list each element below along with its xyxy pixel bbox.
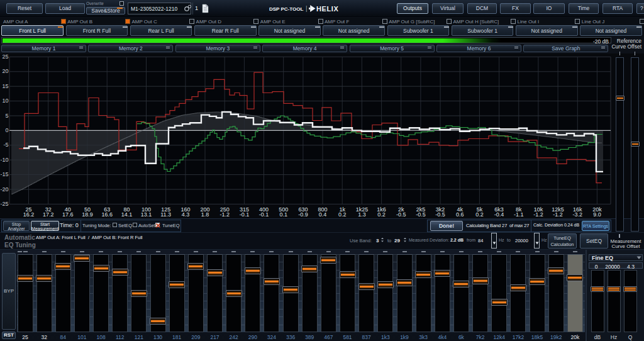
svg-text:0.2: 0.2	[475, 211, 484, 218]
svg-text:4.3: 4.3	[182, 211, 190, 218]
svg-text:16.6: 16.6	[101, 211, 113, 218]
svg-text:16.2: 16.2	[23, 211, 35, 218]
svg-text:5: 5	[5, 113, 8, 119]
svg-text:-0.5: -0.5	[416, 211, 426, 218]
svg-text:0.6: 0.6	[456, 211, 464, 218]
svg-text:-15: -15	[0, 171, 8, 177]
svg-text:1.3: 1.3	[358, 211, 366, 218]
svg-text:0: 0	[5, 127, 8, 133]
svg-text:-1.2: -1.2	[553, 211, 563, 218]
svg-text:9.0: 9.0	[593, 211, 601, 218]
svg-text:-0.5: -0.5	[396, 211, 406, 218]
svg-text:-1.2: -1.2	[219, 211, 230, 218]
svg-text:-10: -10	[0, 157, 8, 163]
svg-text:-5: -5	[3, 142, 8, 148]
svg-text:17.2: 17.2	[43, 211, 54, 218]
svg-text:10: 10	[2, 98, 8, 104]
svg-text:0.2: 0.2	[377, 211, 386, 218]
svg-text:0.1: 0.1	[279, 211, 287, 218]
svg-text:-0.5: -0.5	[435, 211, 445, 218]
svg-text:-20: -20	[0, 186, 8, 193]
svg-text:-25: -25	[0, 201, 8, 207]
svg-text:-1.1: -1.1	[514, 211, 524, 218]
svg-text:11.3: 11.3	[160, 211, 171, 218]
svg-text:-0.1: -0.1	[240, 211, 250, 218]
svg-text:0.2: 0.2	[338, 211, 347, 218]
svg-text:-3.2: -3.2	[573, 211, 583, 218]
svg-text:-0.1: -0.1	[259, 211, 269, 218]
svg-text:18.9: 18.9	[82, 211, 93, 218]
svg-text:0.4: 0.4	[319, 211, 327, 218]
svg-text:14.1: 14.1	[121, 211, 133, 218]
svg-text:1.8: 1.8	[201, 211, 209, 218]
svg-text:-0.9: -0.9	[298, 211, 308, 218]
svg-text:25: 25	[2, 53, 8, 60]
svg-text:13.1: 13.1	[141, 211, 152, 218]
svg-text:17.6: 17.6	[62, 211, 74, 218]
svg-text:-0.4: -0.4	[494, 211, 504, 218]
svg-text:-1.2: -1.2	[533, 211, 543, 218]
svg-text:20: 20	[2, 68, 8, 74]
svg-text:15: 15	[2, 83, 8, 89]
